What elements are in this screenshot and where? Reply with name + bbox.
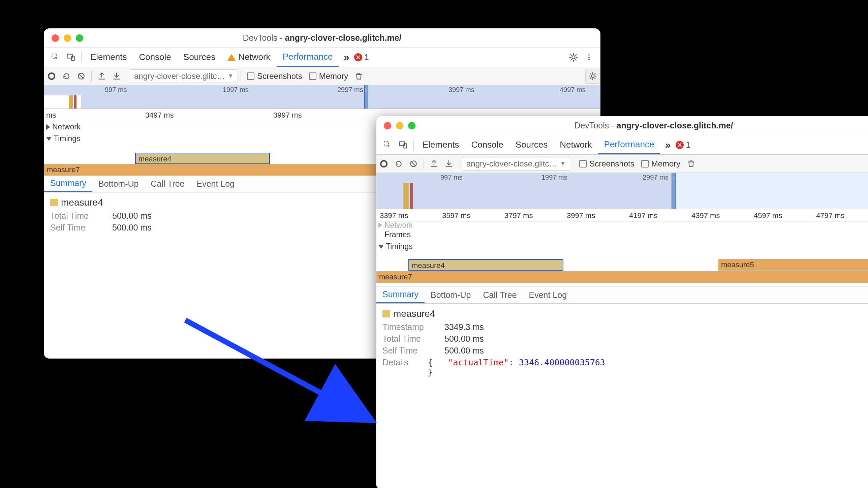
window-title: DevTools - angry-clover-close.glitch.me/ xyxy=(376,121,868,130)
memory-checkbox[interactable]: Memory xyxy=(306,71,352,81)
tick-label: 4597 ms xyxy=(754,211,782,220)
profile-selector[interactable]: angry-clover-close.glitc… ▼ xyxy=(130,69,238,83)
details-tab-summary[interactable]: Summary xyxy=(376,286,425,303)
label: Summary xyxy=(50,178,86,188)
upload-button[interactable] xyxy=(94,69,109,84)
garbage-collect-button[interactable] xyxy=(351,69,366,84)
separator xyxy=(81,52,82,63)
tick-label: 3797 ms xyxy=(504,211,533,220)
details-tab-event-log[interactable]: Event Log xyxy=(523,286,573,303)
device-toolbar-icon[interactable] xyxy=(395,137,411,153)
tab-console[interactable]: Console xyxy=(133,48,177,67)
activity-bar xyxy=(410,183,413,209)
reload-record-button[interactable] xyxy=(59,69,74,84)
overview-handle-left[interactable] xyxy=(364,85,368,109)
tab-sources[interactable]: Sources xyxy=(177,48,221,67)
kebab-menu-icon[interactable] xyxy=(581,50,597,65)
color-chip-icon xyxy=(50,199,58,206)
checkbox-icon xyxy=(641,160,649,167)
tick-label: 997 ms xyxy=(105,86,127,94)
reload-record-button[interactable] xyxy=(391,156,406,171)
screenshots-checkbox[interactable]: Screenshots xyxy=(244,71,305,81)
segment-measure4[interactable]: measure4 xyxy=(135,153,270,164)
overview-selection[interactable] xyxy=(673,173,868,209)
download-button[interactable] xyxy=(109,69,124,84)
details-tab-summary[interactable]: Summary xyxy=(44,175,92,192)
memory-checkbox[interactable]: Memory xyxy=(638,159,684,169)
segment-measure4[interactable]: measure4 xyxy=(408,259,563,271)
tab-sources[interactable]: Sources xyxy=(509,135,554,154)
chevrons-right-icon: » xyxy=(344,52,349,63)
clear-button[interactable] xyxy=(406,156,421,171)
upload-button[interactable] xyxy=(427,156,441,171)
clear-button[interactable] xyxy=(74,69,89,84)
download-button[interactable] xyxy=(441,156,456,171)
details-tab-call-tree[interactable]: Call Tree xyxy=(145,175,190,192)
total-time-label: Total Time xyxy=(382,334,436,344)
window-title-prefix: DevTools - xyxy=(575,121,617,130)
overview-handle-left[interactable] xyxy=(672,173,676,209)
main-tabs-row: Elements Console Sources Network Perform… xyxy=(44,48,600,67)
tab-label-performance: Performance xyxy=(283,52,333,62)
error-badge[interactable]: 1 xyxy=(676,140,690,150)
maximize-window-button[interactable] xyxy=(76,34,83,42)
tab-elements[interactable]: Elements xyxy=(84,48,133,67)
garbage-collect-button[interactable] xyxy=(684,156,699,171)
tab-label-elements: Elements xyxy=(90,52,127,62)
more-tabs-button[interactable]: » xyxy=(339,50,354,65)
minimize-window-button[interactable] xyxy=(396,122,403,129)
ruler-unit: ms xyxy=(46,111,56,120)
tab-network[interactable]: Network xyxy=(221,48,276,67)
device-toolbar-icon[interactable] xyxy=(63,50,79,65)
error-icon xyxy=(676,141,684,149)
profile-selector[interactable]: angry-clover-close.glitc… ▼ xyxy=(462,157,570,171)
segment-measure7[interactable]: measure7 xyxy=(376,271,868,283)
inspect-element-icon[interactable] xyxy=(380,137,395,153)
tab-elements[interactable]: Elements xyxy=(416,135,465,154)
label: Event Log xyxy=(197,179,235,189)
track-header-frames[interactable]: Frames xyxy=(376,229,868,241)
details-tab-bottom-up[interactable]: Bottom-Up xyxy=(92,175,145,192)
minimize-window-button[interactable] xyxy=(64,34,71,42)
tab-label-network: Network xyxy=(560,140,592,150)
track-label-timings: Timings xyxy=(54,134,81,143)
flame-chart[interactable]: measure4 measure5 measure7 xyxy=(376,252,868,286)
details-tab-bottom-up[interactable]: Bottom-Up xyxy=(425,286,477,303)
activity-bar xyxy=(74,95,76,109)
selected-event-name: measure4 xyxy=(393,308,435,319)
self-time-label: Self Time xyxy=(50,223,104,233)
label: Event Log xyxy=(529,290,567,300)
details-tab-call-tree[interactable]: Call Tree xyxy=(477,286,523,303)
tab-performance[interactable]: Performance xyxy=(598,135,660,154)
window-titlebar: DevTools - angry-clover-close.glitch.me/ xyxy=(376,116,868,135)
overview-minimap[interactable]: 997 ms 1997 ms 2997 ms 3997 ms 4997 ms xyxy=(44,85,600,109)
window-title-url: angry-clover-close.glitch.me/ xyxy=(285,33,402,42)
tick-label: 997 ms xyxy=(440,174,463,181)
overview-minimap[interactable]: 997 ms 1997 ms 2997 ms 3997 ms 4997 ms C… xyxy=(376,173,868,209)
inspect-element-icon[interactable] xyxy=(48,50,63,65)
collapse-icon xyxy=(46,137,52,141)
tab-performance[interactable]: Performance xyxy=(277,48,339,67)
record-button[interactable] xyxy=(44,69,59,84)
memory-label: Memory xyxy=(651,159,681,169)
settings-icon[interactable] xyxy=(566,50,581,65)
brace-open: { xyxy=(428,358,433,367)
record-button[interactable] xyxy=(376,156,391,171)
track-header-timings[interactable]: Timings xyxy=(376,241,868,252)
track-header-network-truncated[interactable]: Network xyxy=(376,221,868,229)
window-titlebar: DevTools - angry-clover-close.glitch.me/ xyxy=(44,29,600,48)
maximize-window-button[interactable] xyxy=(408,122,415,129)
screenshots-label: Screenshots xyxy=(257,71,302,81)
tick-label: 1997 ms xyxy=(223,86,249,94)
close-window-button[interactable] xyxy=(384,122,391,129)
error-badge[interactable]: 1 xyxy=(354,53,369,62)
brace-close: } xyxy=(428,367,433,377)
more-tabs-button[interactable]: » xyxy=(660,137,676,153)
capture-settings-icon[interactable] xyxy=(585,69,600,84)
close-window-button[interactable] xyxy=(52,34,59,42)
screenshots-checkbox[interactable]: Screenshots xyxy=(576,159,638,169)
segment-measure5[interactable]: measure5 xyxy=(718,259,868,271)
tab-console[interactable]: Console xyxy=(465,135,509,154)
tab-network[interactable]: Network xyxy=(554,135,598,154)
details-tab-event-log[interactable]: Event Log xyxy=(191,175,241,192)
